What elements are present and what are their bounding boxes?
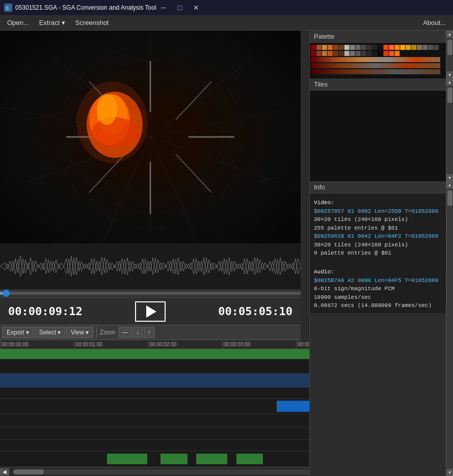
track-row-7 (0, 427, 309, 440)
total-time: 00:05:05:10 (218, 305, 292, 318)
tiles-content: Tiles (310, 78, 446, 181)
select-dropdown-icon: ▾ (58, 329, 61, 336)
tiles-with-scroll: Tiles ▲ ▼ (310, 78, 453, 181)
svg-line-22 (176, 154, 211, 192)
svg-rect-48 (406, 45, 411, 50)
info-scrollbar[interactable]: ▲ ▼ (446, 181, 453, 476)
svg-point-28 (76, 81, 148, 163)
ruler-tick-1: 00:00:01:00 (74, 340, 102, 349)
palette-svg (310, 43, 446, 78)
progress-handle[interactable] (3, 290, 10, 297)
video-canvas (0, 31, 301, 243)
svg-rect-42 (372, 45, 378, 50)
palette-canvas (310, 43, 446, 78)
svg-rect-50 (417, 45, 422, 50)
scroll-left-button[interactable]: ◄ (0, 468, 9, 475)
export-dropdown-icon: ▾ (26, 329, 29, 336)
palette-content: Palette (310, 31, 446, 78)
window-controls: ─ □ ✕ (156, 3, 203, 13)
palette-title: Palette (310, 31, 446, 43)
svg-rect-44 (383, 45, 388, 50)
track-block-9a (107, 454, 147, 465)
h-scrollbar[interactable]: ◄ ► (0, 467, 309, 476)
tiles-scrollbar[interactable]: ▲ ▼ (446, 78, 453, 181)
info-title: Info (310, 181, 446, 193)
tiles-scroll-up[interactable]: ▲ (446, 78, 454, 86)
minimize-button[interactable]: ─ (156, 3, 171, 13)
timecode-ruler: 00:00:00:00 00:00:01:00 00:00:02:00 00:0… (0, 340, 309, 349)
svg-rect-47 (400, 45, 405, 50)
info-content-wrapper: Info Video: $00257057 81 0002 Len=25D0 T… (310, 181, 446, 476)
info-video-header: Video: (314, 199, 442, 207)
svg-rect-72 (311, 69, 440, 74)
info-scroll-up[interactable]: ▲ (446, 181, 454, 188)
track-row-8 (0, 440, 309, 451)
svg-rect-67 (383, 51, 388, 56)
palette-scrollbar[interactable]: ▲ ▼ (446, 31, 453, 78)
maximize-button[interactable]: □ (173, 3, 187, 13)
svg-rect-57 (328, 51, 333, 56)
about-menu[interactable]: About... (418, 17, 451, 29)
extract-menu[interactable]: Extract ▾ (34, 17, 70, 29)
svg-rect-37 (344, 45, 350, 50)
svg-rect-40 (361, 45, 366, 50)
track-block-9d (236, 454, 263, 465)
svg-line-12 (150, 107, 301, 137)
info-line5: 30×20 tiles (240×160 pixels) (314, 241, 442, 249)
menubar: Open... Extract ▾ Screenshot About... (0, 15, 453, 31)
track-block-9b (161, 454, 188, 465)
info-line3: 255 palette entries @ $01 (314, 224, 442, 233)
tiles-scroll-down[interactable]: ▼ (446, 174, 454, 181)
svg-rect-66 (378, 51, 383, 56)
tiles-section: Tiles ▲ ▼ (310, 78, 453, 181)
track-row-6 (0, 414, 309, 427)
scrollbar-thumb[interactable] (13, 469, 44, 474)
view-button[interactable]: View ▾ (66, 327, 93, 338)
view-label: View (71, 329, 84, 336)
nav-down-button[interactable]: ↓ (133, 327, 143, 338)
progress-bar[interactable] (0, 289, 301, 297)
tiles-scroll-thumb[interactable] (447, 88, 452, 103)
palette-scroll-thumb[interactable] (447, 40, 452, 55)
svg-rect-51 (422, 45, 428, 50)
open-menu[interactable]: Open... (2, 17, 34, 29)
main-layout: 00:00:09:12 00:05:05:10 Export ▾ Select … (0, 31, 453, 476)
palette-scroll-up[interactable]: ▲ (446, 31, 454, 38)
svg-rect-36 (339, 45, 344, 50)
progress-track (0, 292, 301, 295)
export-button[interactable]: Export ▾ (2, 327, 34, 338)
track-row-3 (0, 374, 309, 388)
info-scroll-down[interactable]: ▼ (446, 469, 454, 476)
nav-up-button[interactable]: ↑ (144, 327, 154, 338)
screenshot-menu[interactable]: Screenshot (70, 17, 114, 29)
svg-rect-45 (389, 45, 394, 50)
toolbar-separator (96, 327, 97, 338)
svg-rect-32 (316, 45, 322, 50)
palette-section: Palette (310, 31, 453, 78)
svg-rect-52 (428, 45, 433, 50)
svg-rect-56 (322, 51, 327, 56)
tiles-canvas (310, 91, 446, 181)
palette-scroll-down[interactable]: ▼ (446, 71, 454, 78)
svg-rect-65 (372, 51, 378, 56)
play-button[interactable] (135, 301, 166, 322)
time-controls: 00:00:09:12 00:05:05:10 (0, 297, 301, 325)
nav-left-button[interactable]: — (119, 327, 132, 338)
track-block-9c (196, 454, 227, 465)
select-button[interactable]: Select ▾ (35, 327, 65, 338)
svg-rect-71 (311, 63, 440, 68)
video-area (0, 31, 301, 243)
track-row-4 (0, 388, 309, 399)
close-button[interactable]: ✕ (189, 3, 203, 13)
svg-rect-64 (367, 51, 372, 56)
svg-rect-46 (394, 45, 399, 50)
svg-rect-31 (311, 45, 316, 50)
svg-rect-39 (356, 45, 361, 50)
svg-rect-68 (389, 51, 394, 56)
info-scroll-thumb[interactable] (447, 190, 452, 206)
waveform-area (0, 243, 301, 289)
info-with-scroll: Info Video: $00257057 81 0002 Len=25D0 T… (310, 181, 453, 476)
waveform-svg (0, 243, 301, 289)
svg-text:S: S (6, 6, 9, 11)
svg-rect-59 (339, 51, 344, 56)
